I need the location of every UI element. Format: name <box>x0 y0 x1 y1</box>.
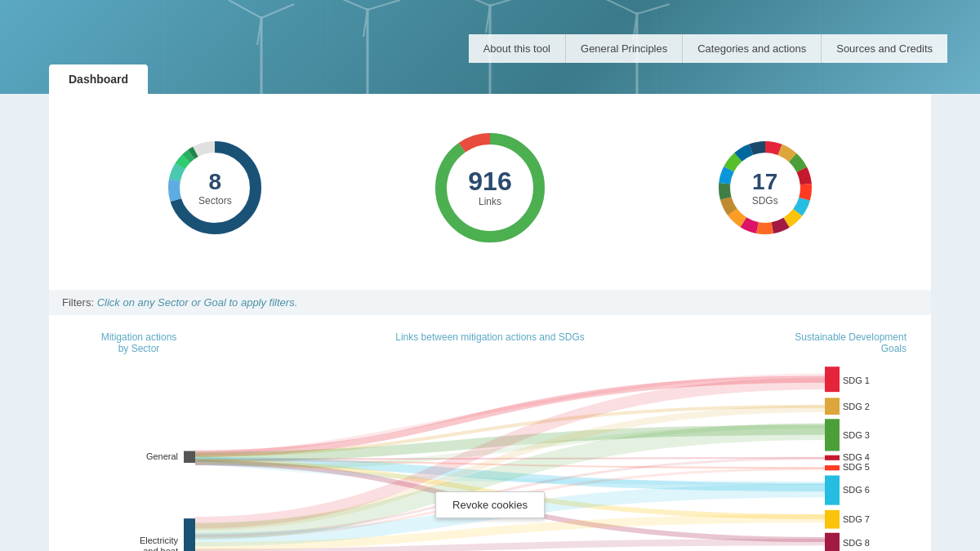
nav-principles[interactable]: General Principles <box>566 34 683 63</box>
sdgs-stat[interactable]: 17 SDGs <box>712 135 818 241</box>
links-label: Links <box>468 197 511 208</box>
sdg3-label: SDG 3 <box>843 430 870 440</box>
sdg6-label: SDG 6 <box>843 485 870 495</box>
nav-bar: About this tool General Principles Categ… <box>469 34 947 63</box>
filter-hint: Click on any Sector or Goal to apply fil… <box>97 296 298 309</box>
svg-line-17 <box>604 0 637 14</box>
stats-row: 8 Sectors 916 Links <box>82 110 898 273</box>
sdg-header-label: Sustainable DevelopmentGoals <box>795 331 906 354</box>
general-label: General <box>146 451 178 461</box>
sankey-headers: Mitigation actions by Sector Links betwe… <box>57 331 923 354</box>
sdg8-label: SDG 8 <box>843 538 870 548</box>
sectors-stat[interactable]: 8 Sectors <box>162 135 268 241</box>
svg-line-8 <box>368 0 400 10</box>
sankey-center-header: Links between mitigation actions and SDG… <box>204 331 776 354</box>
sdgs-label: SDGs <box>752 194 778 206</box>
main-content-panel: 8 Sectors 916 Links <box>49 94 931 290</box>
svg-line-12 <box>457 0 490 6</box>
svg-rect-52 <box>825 465 840 470</box>
sectors-label: Sectors <box>198 194 232 206</box>
sectors-number: 8 <box>198 170 232 195</box>
sectors-donut: 8 Sectors <box>162 135 268 241</box>
sdg1-label: SDG 1 <box>843 375 870 385</box>
filter-label: Filters: <box>62 296 94 309</box>
nav-sources[interactable]: Sources and Credits <box>822 34 947 63</box>
electricity-label: Electricity <box>140 535 178 545</box>
sdgs-center: 17 SDGs <box>752 170 778 207</box>
sankey-body: General Electricity and heat SDG 1 SDG 2… <box>57 362 923 551</box>
svg-line-18 <box>637 4 670 14</box>
mitigation-actions-label: Mitigation actions <box>101 331 177 343</box>
revoke-cookies-button[interactable]: Revoke cookies <box>435 491 545 518</box>
svg-rect-50 <box>825 419 840 451</box>
svg-rect-54 <box>825 510 840 529</box>
links-center: 916 Links <box>468 167 511 207</box>
svg-line-13 <box>490 0 523 6</box>
tab-label: Dashboard <box>49 64 148 94</box>
tab-dashboard[interactable]: Dashboard <box>49 64 148 94</box>
svg-rect-49 <box>825 398 840 415</box>
links-stat[interactable]: 916 Links <box>429 127 551 249</box>
sdg5-label: SDG 5 <box>843 462 870 472</box>
filter-bar: Filters: Click on any Sector or Goal to … <box>49 290 931 315</box>
sdg2-label: SDG 2 <box>843 402 870 411</box>
header-background: Dashboard About this tool General Princi… <box>0 0 980 94</box>
nav-categories[interactable]: Categories and actions <box>683 34 822 63</box>
sankey-right-header: Sustainable DevelopmentGoals <box>776 331 906 354</box>
svg-rect-55 <box>825 533 840 551</box>
svg-line-3 <box>261 4 294 18</box>
sectors-center: 8 Sectors <box>198 170 232 207</box>
sankey-left-header: Mitigation actions by Sector <box>74 331 204 354</box>
general-bar <box>184 451 195 463</box>
sdgs-donut: 17 SDGs <box>712 135 818 241</box>
heat-label: and heat <box>143 545 179 551</box>
svg-rect-48 <box>825 367 840 392</box>
sdg7-label: SDG 7 <box>843 514 870 524</box>
svg-line-2 <box>229 0 261 18</box>
svg-line-7 <box>335 0 368 10</box>
links-donut: 916 Links <box>429 127 551 249</box>
sdg4-label: SDG 4 <box>843 452 870 462</box>
sdgs-number: 17 <box>752 170 778 195</box>
svg-rect-53 <box>825 475 840 504</box>
nav-about[interactable]: About this tool <box>469 34 566 63</box>
svg-rect-51 <box>825 455 840 460</box>
by-sector-label: by Sector <box>118 343 160 354</box>
electricity-bar <box>184 518 195 551</box>
links-number: 916 <box>468 167 511 196</box>
